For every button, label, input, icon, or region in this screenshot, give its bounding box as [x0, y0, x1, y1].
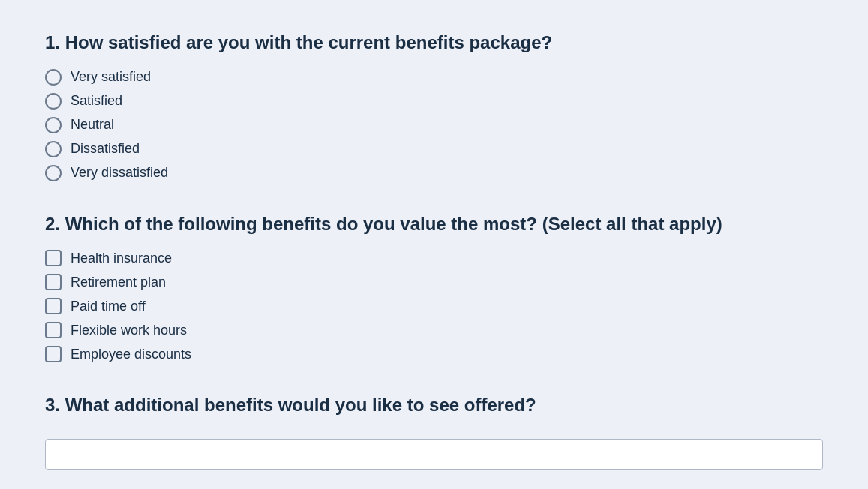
checkbox-label-health-insurance: Health insurance	[71, 250, 172, 266]
checkbox-square-health-insurance[interactable]	[45, 250, 62, 266]
radio-neutral[interactable]: Neutral	[45, 117, 823, 134]
checkbox-label-flexible-work-hours: Flexible work hours	[71, 322, 187, 338]
checkbox-square-flexible-work-hours[interactable]	[45, 322, 62, 338]
radio-dissatisfied[interactable]: Dissatisfied	[45, 141, 823, 158]
question-1-title: 1. How satisfied are you with the curren…	[45, 30, 823, 56]
checkbox-health-insurance[interactable]: Health insurance	[45, 250, 823, 266]
checkbox-retirement-plan[interactable]: Retirement plan	[45, 274, 823, 290]
radio-circle-dissatisfied[interactable]	[45, 141, 62, 158]
radio-very-dissatisfied[interactable]: Very dissatisfied	[45, 165, 823, 182]
radio-circle-satisfied[interactable]	[45, 93, 62, 110]
survey-container: 1. How satisfied are you with the curren…	[45, 30, 823, 489]
question-1-options: Very satisfied Satisfied Neutral Dissati…	[45, 69, 823, 182]
checkbox-label-retirement-plan: Retirement plan	[71, 274, 166, 290]
question-3-title: 3. What additional benefits would you li…	[45, 392, 823, 418]
radio-circle-neutral[interactable]	[45, 117, 62, 134]
checkbox-square-retirement-plan[interactable]	[45, 274, 62, 290]
checkbox-square-employee-discounts[interactable]	[45, 346, 62, 362]
radio-label-satisfied: Satisfied	[71, 93, 122, 109]
radio-very-satisfied[interactable]: Very satisfied	[45, 69, 823, 86]
checkbox-label-paid-time-off: Paid time off	[71, 298, 146, 314]
additional-benefits-input[interactable]	[45, 439, 823, 470]
checkbox-paid-time-off[interactable]: Paid time off	[45, 298, 823, 314]
radio-label-dissatisfied: Dissatisfied	[71, 141, 140, 157]
radio-satisfied[interactable]: Satisfied	[45, 93, 823, 110]
question-2-block: 2. Which of the following benefits do yo…	[45, 212, 823, 363]
question-2-options: Health insurance Retirement plan Paid ti…	[45, 250, 823, 362]
question-3-block: 3. What additional benefits would you li…	[45, 392, 823, 470]
radio-label-neutral: Neutral	[71, 117, 114, 133]
checkbox-employee-discounts[interactable]: Employee discounts	[45, 346, 823, 362]
question-1-block: 1. How satisfied are you with the curren…	[45, 30, 823, 182]
checkbox-flexible-work-hours[interactable]: Flexible work hours	[45, 322, 823, 338]
radio-circle-very-satisfied[interactable]	[45, 69, 62, 86]
question-2-title: 2. Which of the following benefits do yo…	[45, 212, 823, 237]
checkbox-square-paid-time-off[interactable]	[45, 298, 62, 314]
checkbox-label-employee-discounts: Employee discounts	[71, 346, 191, 362]
radio-label-very-satisfied: Very satisfied	[71, 69, 151, 85]
radio-circle-very-dissatisfied[interactable]	[45, 165, 62, 182]
radio-label-very-dissatisfied: Very dissatisfied	[71, 165, 168, 181]
